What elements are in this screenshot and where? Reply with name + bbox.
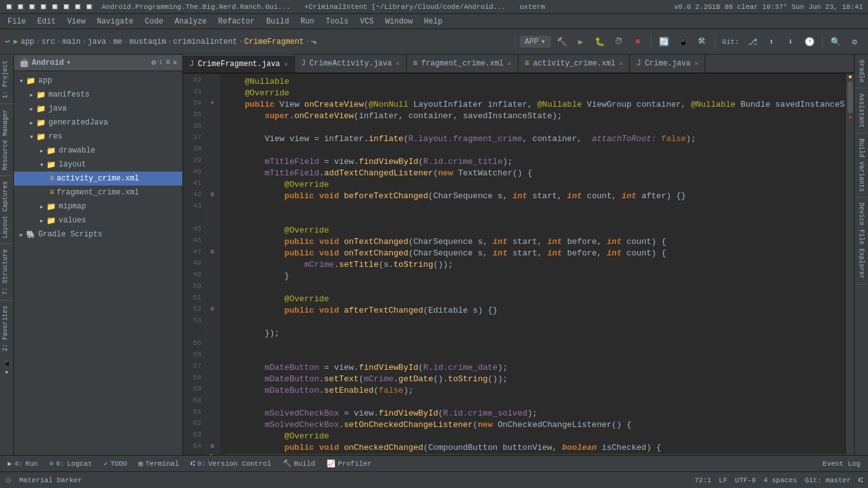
menu-window[interactable]: Window [380,16,417,27]
tab-layout-captures[interactable]: Layout Captures [0,175,13,243]
breadcrumb-java[interactable]: java [88,37,106,46]
tree-gradle-scripts[interactable]: ▸ 🐘 Gradle Scripts [14,227,182,241]
breadcrumb-me[interactable]: me [113,37,122,46]
code-line-63: @Override [225,431,845,442]
tab-build-variants[interactable]: Build Variants [856,133,867,198]
right-tabs-strip: Gradle Assistant Build Variants Device F… [854,55,868,455]
tab-assistant[interactable]: Assistant [856,88,867,133]
indent[interactable]: 4 spaces [764,477,797,484]
settings-button[interactable]: ⚙ [846,34,863,50]
make-project-button[interactable]: 🔨 [553,34,570,50]
event-log-button[interactable]: Event Log [818,458,865,470]
scrollbar-minimap[interactable] [845,74,854,455]
menu-run[interactable]: Run [295,16,320,27]
tab-favorites[interactable]: 2: Favorites [0,300,13,356]
sdk-button[interactable]: 🛠 [694,34,710,50]
profile-button[interactable]: ⏱ [611,34,627,50]
close-icon[interactable]: ✕ [173,58,177,67]
tree-app[interactable]: ▾ 📁 app [14,74,182,88]
app-config-dropdown[interactable]: APP ▾ [520,36,551,48]
tab-close-fragment-crime-xml[interactable]: ✕ [508,60,512,67]
version-control-tool-button[interactable]: ⑆ 9: Version Control [186,458,276,470]
tab-crime-java[interactable]: J Crime.java ✕ [630,55,705,73]
git-update-icon[interactable]: ⬆ [763,34,780,50]
tab-resource-manager[interactable]: Resource Manager [0,104,13,175]
tree-values[interactable]: ▸ 📁 values [14,214,182,227]
tab-fragment-crime-xml[interactable]: ≡ fragment_crime.xml ✕ [407,55,519,73]
menu-help[interactable]: Help [419,16,447,27]
tree-manifests[interactable]: ▸ 📁 manifests [14,88,182,102]
breadcrumb-main[interactable]: main [62,37,81,46]
tab-project[interactable]: 1: Project [0,55,13,104]
stop-button[interactable]: ■ [630,34,646,50]
code-line-51: @Override [225,294,845,305]
debug-button[interactable]: 🐛 [592,34,608,50]
tab-device-file-explorer[interactable]: Device File Explorer [856,198,867,285]
tree-drawable[interactable]: ▸ 📁 drawable [14,144,182,158]
tree-activity-crime-xml[interactable]: ≡ activity_crime.xml [14,172,182,186]
breadcrumb-mustaqim[interactable]: mustaqim [130,37,166,46]
tab-close-activity-crime-xml[interactable]: ✕ [619,60,623,67]
git-branch-icon[interactable]: ⎇ [744,34,761,50]
ln-34: 34 [183,99,205,111]
menu-analyze[interactable]: Analyze [170,16,212,27]
project-dropdown-label[interactable]: Android [32,58,64,67]
menu-navigate[interactable]: Navigate [92,16,139,27]
system-bar-right: v0.0 2.2GiB 88 clear 10:37° Sun Jun 23, … [674,3,863,11]
breadcrumb-criminalintent[interactable]: criminalintent [173,37,238,46]
project-selector[interactable]: 🤖 Android ▾ [19,58,71,68]
menu-refactor[interactable]: Refactor [213,16,260,27]
todo-tool-button[interactable]: ✓ TODO [98,458,132,470]
tab-activity-crime-xml[interactable]: ≡ activity_crime.xml ✕ [519,55,630,73]
menu-edit[interactable]: Edit [32,16,61,27]
run-tool-button[interactable]: ▶ 4: Run [3,458,43,470]
tree-layout[interactable]: ▾ 📁 layout [14,158,182,172]
tree-mipmap[interactable]: ▸ 📁 mipmap [14,200,182,214]
tree-generated-java[interactable]: ▸ 📁 generatedJava [14,116,182,130]
menu-vcs[interactable]: VCS [355,16,379,27]
sync-button[interactable]: 🔄 [656,34,672,50]
tab-crime-activity[interactable]: J CrimeActivity.java ✕ [295,55,407,73]
menu-tools[interactable]: Tools [321,16,354,27]
tree-fragment-crime-xml[interactable]: ≡ fragment_crime.xml [14,186,182,200]
gear-icon[interactable]: ≡ [166,58,170,67]
tree-java[interactable]: ▸ 📁 java [14,102,182,116]
tab-gradle[interactable]: Gradle [856,55,867,88]
search-everywhere-button[interactable]: 🔍 [827,34,844,50]
expand-icon[interactable]: ↕ [158,58,163,67]
profiler-tool-button[interactable]: 📈 Profiler [322,458,377,470]
run-button[interactable]: ▶ [573,34,589,50]
gt-48 [206,259,219,271]
git-push-icon[interactable]: ⬇ [782,34,799,50]
tab-close-crime-fragment[interactable]: ✕ [284,60,288,68]
encoding[interactable]: UTF-8 [735,477,756,484]
project-dropdown-arrow[interactable]: ▾ [66,58,71,67]
git-branch[interactable]: Git: master [804,477,851,484]
system-icons: 🔲 🔲 🔲 🔲 🔲 🔲 🔲 🔲 [5,3,93,11]
menu-build[interactable]: Build [261,16,294,27]
terminal-tool-button[interactable]: ▤ Terminal [133,458,184,470]
menu-file[interactable]: File [3,16,31,27]
tab-close-crime-activity[interactable]: ✕ [396,60,400,67]
breadcrumb-crimefragment[interactable]: CrimeFragment [245,37,304,46]
build-tool-button[interactable]: 🔨 Build [278,458,320,470]
avd-button[interactable]: 📱 [675,34,691,50]
tab-crime-fragment[interactable]: J CrimeFragment.java ✕ [183,55,295,73]
breadcrumb-app[interactable]: app [20,37,34,46]
line-col[interactable]: 72:1 [695,477,711,484]
code-editor[interactable]: @Nullable @Override public View onCreate… [220,74,845,455]
line-sep[interactable]: LF [719,477,727,484]
breadcrumb-src[interactable]: src [41,37,55,46]
tree-res[interactable]: ▾ 📁 res [14,130,182,144]
git-history-icon[interactable]: 🕐 [801,34,818,50]
settings-icon[interactable]: ⚙ [151,58,156,67]
menu-code[interactable]: Code [140,16,168,27]
menu-view[interactable]: View [62,16,91,27]
breadcrumb-more[interactable]: ⬎ [311,37,317,46]
scrollbar-thumb[interactable] [848,81,853,113]
tab-close-crime-java[interactable]: ✕ [695,60,698,67]
xml-file-icon: ≡ [413,59,417,68]
logcat-tool-button[interactable]: ≡ 6: Logcat [44,458,97,470]
tab-structure[interactable]: 7: Structure [0,243,13,300]
status-bar-right: 72:1 LF UTF-8 4 spaces Git: master ⑆ [695,477,863,484]
